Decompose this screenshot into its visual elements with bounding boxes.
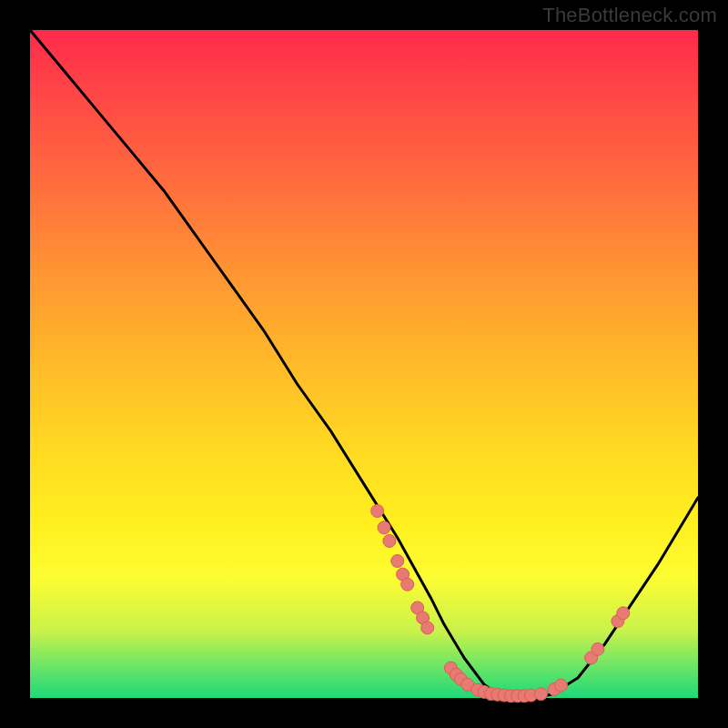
data-marker: [401, 578, 414, 591]
chart-frame: TheBottleneck.com: [0, 0, 728, 728]
chart-svg: [30, 30, 698, 698]
data-marker: [383, 535, 396, 548]
data-markers: [371, 505, 630, 703]
plot-area: [30, 30, 698, 698]
data-marker: [592, 642, 604, 655]
data-marker: [421, 622, 434, 634]
data-marker: [371, 505, 384, 518]
bottleneck-curve: [30, 30, 698, 698]
data-marker: [391, 555, 404, 568]
data-marker: [535, 688, 548, 701]
data-marker: [378, 521, 390, 534]
data-marker: [617, 607, 630, 620]
watermark-text: TheBottleneck.com: [542, 4, 717, 27]
data-marker: [555, 679, 568, 692]
